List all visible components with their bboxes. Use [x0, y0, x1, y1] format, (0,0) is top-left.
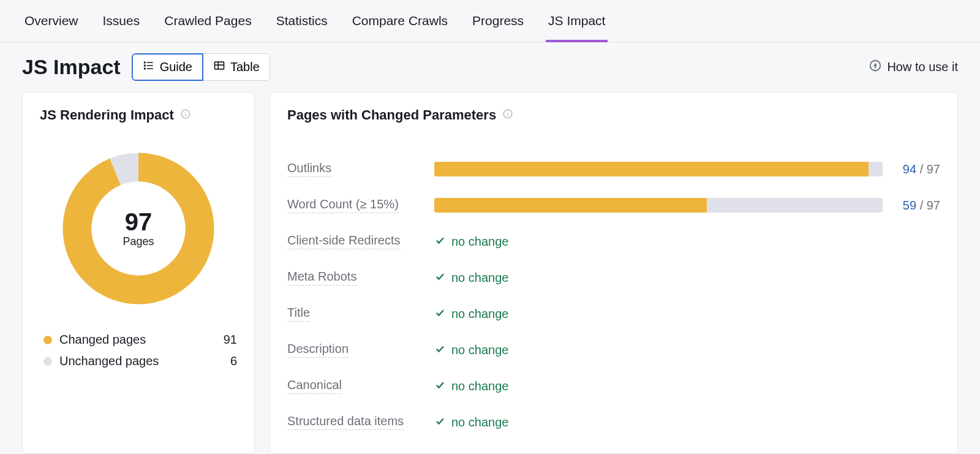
info-icon[interactable]	[502, 107, 513, 123]
nav-tabs: OverviewIssuesCrawled PagesStatisticsCom…	[0, 0, 980, 42]
param-label[interactable]: Title	[287, 306, 310, 322]
param-row-title: Titleno change	[287, 297, 940, 330]
tab-progress[interactable]: Progress	[470, 0, 526, 42]
bar-numbers: 59 / 97	[895, 199, 940, 213]
legend-dot	[43, 357, 52, 366]
param-bar: 94 / 97	[434, 162, 940, 176]
bar-numbers: 94 / 97	[895, 162, 940, 176]
info-icon[interactable]	[180, 107, 191, 123]
tab-issues[interactable]: Issues	[100, 0, 143, 42]
card-title-left: JS Rendering Impact	[40, 107, 237, 123]
bar-value[interactable]: 59	[903, 199, 916, 212]
tab-js-impact[interactable]: JS Impact	[546, 0, 608, 42]
tab-overview[interactable]: Overview	[22, 0, 81, 42]
param-row-word-count-15-: Word Count (≥ 15%)59 / 97	[287, 189, 940, 222]
check-icon	[434, 307, 445, 321]
param-label[interactable]: Structured data items	[287, 414, 404, 430]
no-change-indicator: no change	[434, 343, 508, 357]
js-rendering-card: JS Rendering Impact 97 Pages Changed pag…	[22, 92, 255, 454]
check-icon	[434, 235, 445, 249]
view-table-label: Table	[230, 60, 260, 74]
tab-statistics[interactable]: Statistics	[274, 0, 330, 42]
legend-dot	[43, 336, 52, 344]
svg-point-16	[507, 112, 508, 113]
view-guide-button[interactable]: Guide	[132, 53, 203, 81]
param-row-structured-data-items: Structured data itemsno change	[287, 406, 940, 439]
param-row-client-side-redirects: Client-side Redirectsno change	[287, 225, 940, 258]
legend-value: 6	[230, 354, 237, 368]
svg-point-3	[144, 62, 145, 63]
tab-compare-crawls[interactable]: Compare Crawls	[350, 0, 450, 42]
legend-value: 91	[224, 333, 237, 347]
param-row-outlinks: Outlinks94 / 97	[287, 153, 940, 186]
content-cards: JS Rendering Impact 97 Pages Changed pag…	[0, 92, 980, 454]
page-header: JS Impact Guide Table How	[0, 42, 980, 92]
check-icon	[434, 379, 445, 393]
tab-crawled-pages[interactable]: Crawled Pages	[162, 0, 254, 42]
param-row-meta-robots: Meta Robotsno change	[287, 261, 940, 294]
param-label[interactable]: Client-side Redirects	[287, 233, 401, 249]
no-change-text: no change	[451, 235, 508, 249]
view-guide-label: Guide	[160, 60, 192, 74]
no-change-indicator: no change	[434, 379, 508, 393]
no-change-indicator: no change	[434, 235, 508, 249]
js-rendering-title: JS Rendering Impact	[40, 107, 174, 123]
no-change-text: no change	[451, 307, 508, 321]
card-title-right: Pages with Changed Parameters	[287, 107, 940, 123]
bar-track[interactable]	[434, 162, 883, 176]
bar-track[interactable]	[434, 198, 883, 213]
legend-row-changed-pages[interactable]: Changed pages91	[43, 329, 237, 350]
legend-label: Changed pages	[59, 333, 224, 347]
no-change-text: no change	[451, 271, 508, 285]
check-icon	[434, 415, 445, 429]
donut-total: 97	[123, 210, 154, 234]
param-label[interactable]: Word Count (≥ 15%)	[287, 197, 399, 213]
svg-point-5	[144, 68, 145, 69]
donut-label: Pages	[123, 235, 154, 248]
view-toggle: Guide Table	[132, 53, 270, 81]
changed-params-title: Pages with Changed Parameters	[287, 107, 496, 123]
param-label[interactable]: Canonical	[287, 378, 342, 394]
check-icon	[434, 271, 445, 285]
no-change-text: no change	[451, 343, 508, 357]
no-change-text: no change	[451, 415, 508, 429]
param-label[interactable]: Meta Robots	[287, 270, 356, 286]
no-change-text: no change	[451, 379, 508, 393]
changed-params-card: Pages with Changed Parameters Outlinks94…	[270, 92, 958, 454]
param-label[interactable]: Outlinks	[287, 161, 331, 177]
check-icon	[434, 343, 445, 357]
bar-fill	[434, 198, 707, 213]
donut-chart: 97 Pages	[40, 134, 237, 323]
no-change-indicator: no change	[434, 307, 508, 321]
legend-label: Unchanged pages	[59, 354, 230, 368]
donut-center: 97 Pages	[123, 210, 154, 248]
page-title: JS Impact	[22, 55, 121, 79]
chart-legend: Changed pages91Unchanged pages6	[40, 323, 237, 372]
param-label[interactable]: Description	[287, 342, 349, 358]
no-change-indicator: no change	[434, 271, 508, 285]
list-icon	[143, 59, 155, 75]
bar-value[interactable]: 94	[903, 162, 916, 176]
svg-point-4	[144, 65, 145, 66]
param-row-description: Descriptionno change	[287, 333, 940, 366]
bar-fill	[434, 162, 869, 176]
param-bar: 59 / 97	[434, 198, 940, 213]
legend-row-unchanged-pages[interactable]: Unchanged pages6	[43, 350, 237, 372]
no-change-indicator: no change	[434, 415, 508, 429]
param-row-canonical: Canonicalno change	[287, 369, 940, 403]
svg-point-13	[185, 112, 186, 113]
view-table-button[interactable]: Table	[203, 53, 270, 81]
how-to-use-link[interactable]: How to use it	[869, 59, 958, 75]
lightbulb-icon	[869, 59, 882, 75]
table-icon	[213, 59, 225, 75]
how-to-use-label: How to use it	[887, 60, 958, 74]
param-list: Outlinks94 / 97Word Count (≥ 15%)59 / 97…	[287, 134, 940, 439]
